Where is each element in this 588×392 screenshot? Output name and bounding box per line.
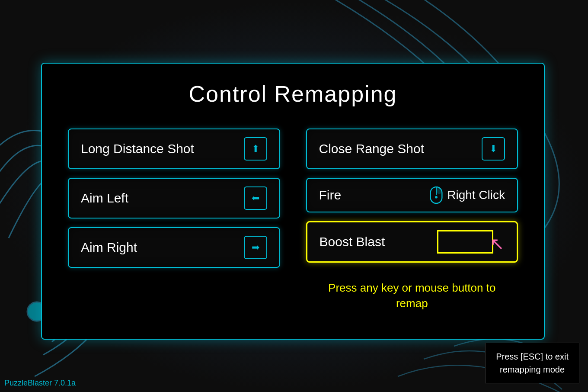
long-distance-shot-button[interactable]: Long Distance Shot ⬆ (68, 129, 280, 169)
left-column: Long Distance Shot ⬆ Aim Left ⬅ Aim Righ… (68, 129, 280, 312)
esc-hint: Press [ESC] to exit remapping mode (485, 343, 579, 383)
dialog-title: Control Remapping (68, 81, 518, 107)
svg-point-3 (435, 196, 438, 199)
dialog-panel: Control Remapping Long Distance Shot ⬆ A… (41, 63, 545, 340)
boost-blast-label: Boost Blast (320, 235, 438, 249)
right-click-label: Right Click (447, 188, 505, 202)
aim-right-label: Aim Right (81, 240, 244, 255)
close-range-shot-key: ⬇ (482, 137, 505, 161)
mouse-icon (430, 186, 443, 204)
svg-rect-4 (437, 187, 441, 194)
aim-right-button[interactable]: Aim Right ➡ (68, 227, 280, 268)
boost-blast-button[interactable]: Boost Blast ↖ (306, 221, 518, 263)
aim-right-key: ➡ (244, 236, 267, 259)
remap-prompt: Press any key or mouse button to remap (306, 280, 518, 312)
version-label: PuzzleBlaster 7.0.1a (4, 379, 76, 388)
remap-empty-box (437, 230, 493, 254)
aim-left-label: Aim Left (81, 191, 244, 206)
long-distance-shot-label: Long Distance Shot (81, 141, 244, 156)
aim-left-button[interactable]: Aim Left ⬅ (68, 178, 280, 218)
close-range-shot-label: Close Range Shot (319, 141, 482, 156)
cursor-pointer-icon: ↖ (490, 234, 505, 254)
controls-grid: Long Distance Shot ⬆ Aim Left ⬅ Aim Righ… (68, 129, 518, 312)
fire-label: Fire (319, 188, 430, 202)
fire-button[interactable]: Fire Right Click (306, 178, 518, 212)
fire-key-binding: Right Click (430, 186, 505, 204)
aim-left-key: ⬅ (244, 186, 267, 210)
right-column: Close Range Shot ⬇ Fire R (306, 129, 518, 312)
boost-blast-remap-area: ↖ (437, 230, 505, 254)
close-range-shot-button[interactable]: Close Range Shot ⬇ (306, 129, 518, 169)
long-distance-shot-key: ⬆ (244, 137, 267, 161)
